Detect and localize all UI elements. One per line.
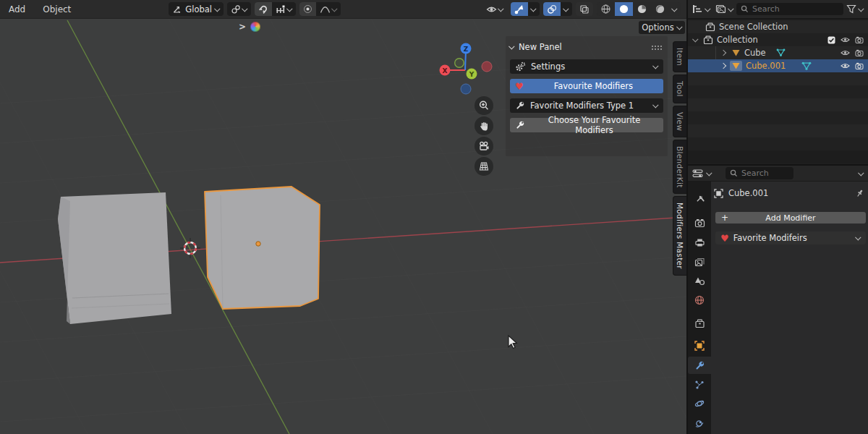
tab-modifiers-master[interactable]: Modifiers Master bbox=[673, 196, 686, 276]
tab-render-properties[interactable] bbox=[688, 214, 711, 231]
blenderkit-ball-icon[interactable] bbox=[250, 22, 260, 32]
gizmo-axis-y[interactable]: Y bbox=[467, 69, 477, 80]
mouse-cursor bbox=[503, 333, 519, 352]
ortho-toggle-button[interactable] bbox=[475, 157, 493, 176]
svg-text:Y: Y bbox=[469, 71, 475, 78]
chevron-down-icon[interactable] bbox=[692, 36, 698, 42]
tab-collection-properties[interactable] bbox=[688, 315, 711, 332]
panel-drag-handle-icon[interactable] bbox=[651, 45, 662, 50]
eye-icon[interactable] bbox=[841, 62, 850, 69]
add-modifier-button[interactable]: + Add Modifier bbox=[715, 212, 866, 224]
chevron-down-icon bbox=[855, 234, 861, 240]
outliner-search[interactable] bbox=[736, 3, 843, 15]
editor-type-properties-icon[interactable] bbox=[692, 169, 704, 179]
row-collection[interactable]: Collection bbox=[688, 33, 868, 46]
properties-search[interactable] bbox=[726, 167, 793, 179]
zoom-button[interactable] bbox=[475, 96, 493, 115]
chevron-down-icon[interactable] bbox=[858, 170, 864, 176]
pin-icon[interactable] bbox=[855, 189, 864, 198]
properties-search-input[interactable] bbox=[741, 169, 789, 178]
chevron-right-icon[interactable] bbox=[720, 50, 726, 56]
editor-type-outliner-icon[interactable] bbox=[692, 4, 703, 14]
chevron-down-icon[interactable] bbox=[728, 6, 733, 12]
row-cube-001[interactable]: Cube.001 bbox=[688, 59, 868, 72]
overlays-toggle-button[interactable] bbox=[543, 2, 561, 16]
menu-object[interactable]: Object bbox=[34, 4, 80, 14]
shading-dropdown[interactable] bbox=[669, 2, 681, 16]
falloff-dropdown[interactable] bbox=[316, 2, 341, 16]
wrench-icon bbox=[515, 101, 525, 111]
display-mode-icon[interactable] bbox=[715, 4, 726, 14]
chevron-right-icon[interactable] bbox=[720, 63, 726, 69]
toolbar-expand-arrow[interactable]: > bbox=[239, 22, 246, 32]
options-button[interactable]: Options bbox=[639, 21, 685, 34]
favourite-modifiers-button[interactable]: ♥ Favourite Modifiers bbox=[510, 79, 663, 93]
eye-icon[interactable] bbox=[841, 49, 850, 56]
tab-particle-properties[interactable] bbox=[688, 376, 711, 393]
transform-orientation-dropdown[interactable]: Global bbox=[169, 2, 224, 16]
viewport-3d[interactable]: Z X Y > Options bbox=[0, 19, 686, 434]
row-scene-collection[interactable]: Scene Collection bbox=[688, 20, 868, 33]
tab-object-properties[interactable] bbox=[688, 337, 711, 354]
tab-world-properties[interactable] bbox=[688, 292, 711, 309]
tab-view[interactable]: View bbox=[673, 106, 686, 137]
gizmo-axis-x[interactable]: X bbox=[440, 65, 451, 76]
gizmo-dropdown[interactable] bbox=[528, 2, 540, 16]
new-panel-header[interactable]: New Panel bbox=[510, 41, 663, 53]
camera-visibility-icon[interactable] bbox=[855, 49, 864, 57]
outliner-search-input[interactable] bbox=[752, 4, 839, 14]
shading-solid-button[interactable] bbox=[615, 2, 633, 16]
xray-toggle-button[interactable] bbox=[576, 2, 593, 16]
filter-funnel-icon[interactable] bbox=[846, 4, 856, 14]
gizmo-axis-y-neg[interactable] bbox=[455, 59, 464, 68]
pivot-point-dropdown[interactable] bbox=[227, 2, 251, 16]
chevron-down-icon[interactable] bbox=[858, 6, 864, 12]
tab-data-properties[interactable] bbox=[688, 430, 711, 434]
type-select-label: Favorite Modifiers Type 1 bbox=[530, 101, 634, 111]
camera-visibility-icon[interactable] bbox=[855, 62, 864, 70]
row-cube[interactable]: Cube bbox=[688, 46, 868, 59]
chevron-down-icon[interactable] bbox=[705, 6, 710, 12]
gizmo-axis-z[interactable]: Z bbox=[461, 43, 472, 54]
chevron-down-icon[interactable] bbox=[706, 170, 712, 176]
snap-toggle-button[interactable] bbox=[255, 2, 272, 16]
shading-material-button[interactable] bbox=[633, 2, 651, 16]
overlays-dropdown[interactable] bbox=[561, 2, 572, 16]
pan-button[interactable] bbox=[475, 116, 493, 135]
settings-dropdown[interactable]: Settings bbox=[510, 59, 663, 74]
tab-view-layer-properties[interactable] bbox=[688, 253, 711, 271]
tab-physics-properties[interactable] bbox=[688, 395, 711, 412]
cube-001-object[interactable] bbox=[205, 187, 320, 309]
tab-item[interactable]: Item bbox=[673, 41, 686, 72]
outliner-tree: Scene Collection Collection bbox=[688, 19, 868, 163]
hand-icon bbox=[479, 121, 490, 132]
gizmo-toggle-button[interactable] bbox=[511, 2, 528, 16]
shading-rendered-button[interactable] bbox=[651, 2, 669, 16]
toolbar-expand-group: > bbox=[239, 22, 260, 32]
navigation-gizmo[interactable]: Z X Y bbox=[440, 43, 493, 95]
chevron-down-icon bbox=[242, 6, 247, 12]
favorite-modifiers-type-dropdown[interactable]: Favorite Modifiers Type 1 bbox=[510, 98, 663, 113]
visibility-dropdown[interactable] bbox=[482, 2, 507, 16]
tab-output-properties[interactable] bbox=[688, 234, 711, 251]
tab-tool[interactable]: Tool bbox=[673, 75, 686, 103]
gizmo-axis-z-neg[interactable] bbox=[461, 84, 471, 94]
cube-object[interactable] bbox=[58, 192, 171, 324]
favorite-modifiers-panel-header[interactable]: ♥ Favorite Modifeirs bbox=[715, 231, 866, 244]
tab-scene-properties[interactable] bbox=[688, 272, 711, 289]
checkbox-checked-icon[interactable] bbox=[827, 36, 835, 44]
properties-content: Cube.001 + Add Modifier bbox=[711, 182, 868, 434]
camera-visibility-icon[interactable] bbox=[855, 36, 864, 44]
snap-target-dropdown[interactable] bbox=[272, 2, 296, 16]
gizmo-axis-x-neg[interactable] bbox=[482, 61, 492, 72]
tab-blenderkit[interactable]: BlenderKit bbox=[673, 140, 686, 195]
camera-view-button[interactable] bbox=[475, 137, 493, 156]
menu-add[interactable]: Add bbox=[0, 4, 34, 14]
eye-icon[interactable] bbox=[841, 36, 850, 43]
proportional-toggle-button[interactable] bbox=[299, 2, 316, 16]
choose-favourite-modifiers-button[interactable]: Choose Your Favourite Modifiers bbox=[510, 118, 663, 132]
shading-wireframe-button[interactable] bbox=[597, 2, 615, 16]
object-breadcrumb-icon[interactable] bbox=[714, 189, 723, 198]
tab-tool-properties[interactable] bbox=[688, 190, 711, 208]
tab-modifier-properties[interactable] bbox=[688, 357, 711, 374]
